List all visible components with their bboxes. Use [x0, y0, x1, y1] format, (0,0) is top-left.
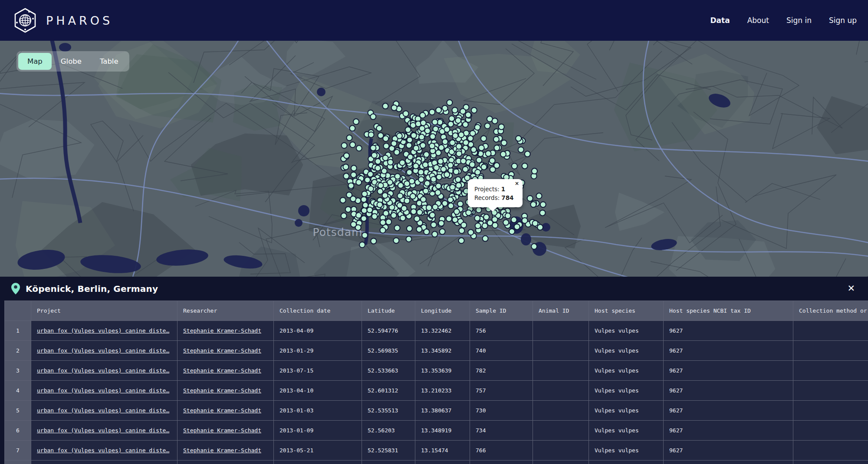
record-dot[interactable]	[378, 189, 383, 194]
record-dot[interactable]	[397, 133, 402, 139]
record-dot[interactable]	[440, 229, 445, 235]
record-dot[interactable]	[463, 122, 468, 127]
record-dot[interactable]	[446, 216, 452, 222]
record-dot[interactable]	[351, 222, 356, 227]
record-dot[interactable]	[418, 170, 424, 175]
record-dot[interactable]	[447, 197, 453, 203]
record-dot[interactable]	[394, 150, 400, 155]
record-dot[interactable]	[395, 225, 400, 231]
record-dot[interactable]	[361, 197, 367, 203]
record-dot[interactable]	[455, 177, 461, 183]
researcher-link[interactable]: Stephanie Kramer-Schadt	[183, 407, 261, 414]
record-dot[interactable]	[436, 107, 441, 113]
record-dot[interactable]	[436, 183, 441, 189]
record-dot[interactable]	[479, 145, 484, 150]
map-area[interactable]: Potsdam MapGlobeTable × Projects:1 Recor…	[0, 41, 868, 277]
project-link[interactable]: urban fox (Vulpes vulpes) canine diste…	[37, 407, 169, 414]
record-dot[interactable]	[449, 116, 454, 121]
record-dot[interactable]	[448, 121, 454, 127]
record-dot[interactable]	[457, 201, 463, 207]
panel-close-icon[interactable]: ✕	[847, 284, 855, 293]
record-dot[interactable]	[463, 140, 469, 145]
record-dot[interactable]	[424, 152, 429, 157]
record-dot[interactable]	[345, 206, 351, 212]
record-dot[interactable]	[481, 136, 487, 141]
record-dot[interactable]	[435, 190, 441, 196]
record-dot[interactable]	[482, 223, 488, 229]
record-dot[interactable]	[383, 136, 388, 141]
record-dot[interactable]	[505, 213, 511, 219]
record-dot[interactable]	[362, 191, 368, 197]
record-dot[interactable]	[404, 198, 410, 204]
record-dot[interactable]	[475, 124, 480, 130]
record-dot[interactable]	[494, 163, 500, 168]
record-dot[interactable]	[400, 215, 406, 221]
record-dot[interactable]	[383, 103, 388, 109]
record-dot[interactable]	[386, 219, 391, 225]
record-dot[interactable]	[391, 105, 397, 111]
record-dot[interactable]	[474, 216, 480, 221]
record-dot[interactable]	[503, 220, 509, 225]
nav-link-data[interactable]: Data	[710, 16, 730, 25]
record-dot[interactable]	[377, 202, 382, 208]
record-dot[interactable]	[444, 127, 450, 132]
record-dot[interactable]	[420, 143, 426, 148]
record-dot[interactable]	[341, 213, 347, 219]
record-dot[interactable]	[406, 236, 412, 242]
record-dot[interactable]	[450, 140, 455, 146]
record-dot[interactable]	[380, 220, 386, 225]
record-dot[interactable]	[424, 180, 430, 186]
record-dot[interactable]	[351, 172, 356, 178]
record-dot[interactable]	[356, 145, 362, 151]
record-dot[interactable]	[492, 222, 498, 228]
record-dot[interactable]	[407, 226, 412, 232]
record-dot[interactable]	[471, 147, 477, 153]
record-dot[interactable]	[383, 155, 388, 161]
researcher-link[interactable]: Stephanie Kramer-Schadt	[183, 367, 261, 374]
record-dot[interactable]	[531, 202, 536, 207]
record-dot[interactable]	[540, 202, 546, 207]
record-dot[interactable]	[370, 114, 376, 120]
record-dot[interactable]	[487, 116, 493, 122]
record-dot[interactable]	[418, 176, 424, 182]
record-dot[interactable]	[372, 214, 378, 219]
record-dot[interactable]	[398, 183, 404, 188]
record-dot[interactable]	[365, 177, 370, 183]
project-link[interactable]: urban fox (Vulpes vulpes) canine diste…	[37, 347, 169, 354]
record-dot[interactable]	[424, 229, 429, 235]
record-dot[interactable]	[397, 193, 403, 199]
record-dot[interactable]	[436, 150, 441, 156]
record-dot[interactable]	[522, 163, 528, 169]
record-dot[interactable]	[401, 206, 407, 211]
record-dot[interactable]	[438, 159, 444, 164]
record-dot[interactable]	[454, 209, 460, 215]
record-dot[interactable]	[536, 193, 542, 199]
record-dot[interactable]	[516, 136, 521, 141]
record-dot[interactable]	[356, 212, 362, 218]
map-canvas[interactable]: Potsdam	[0, 41, 868, 277]
record-dot[interactable]	[533, 221, 538, 226]
record-dot[interactable]	[384, 143, 389, 149]
record-dot[interactable]	[465, 112, 471, 118]
record-dot[interactable]	[348, 183, 354, 189]
nav-link-sign-up[interactable]: Sign up	[829, 16, 857, 25]
record-dot[interactable]	[359, 242, 365, 248]
record-dot[interactable]	[527, 196, 533, 201]
researcher-link[interactable]: Stephanie Kramer-Schadt	[183, 447, 261, 454]
record-dot[interactable]	[391, 212, 397, 218]
record-dot[interactable]	[343, 173, 349, 179]
record-dot[interactable]	[456, 144, 462, 149]
record-dot[interactable]	[447, 100, 452, 105]
record-dot[interactable]	[408, 154, 413, 160]
record-dot[interactable]	[368, 186, 374, 192]
record-dot[interactable]	[393, 238, 399, 243]
record-dot[interactable]	[426, 205, 432, 211]
record-dot[interactable]	[411, 209, 417, 214]
record-dot[interactable]	[447, 163, 453, 168]
record-dot[interactable]	[450, 184, 455, 190]
record-dot[interactable]	[468, 229, 473, 235]
record-dot[interactable]	[471, 108, 477, 113]
project-link[interactable]: urban fox (Vulpes vulpes) canine diste…	[37, 447, 169, 454]
researcher-link[interactable]: Stephanie Kramer-Schadt	[183, 347, 261, 354]
record-dot[interactable]	[342, 143, 347, 148]
